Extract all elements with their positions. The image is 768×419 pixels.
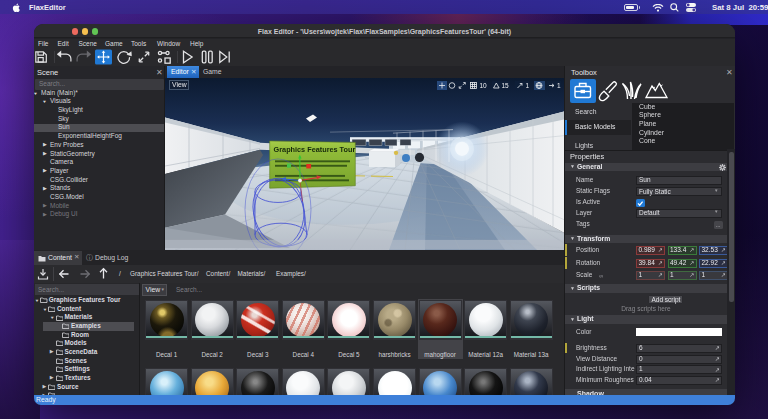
svg-text:15: 15 [502, 82, 510, 89]
svg-text:1: 1 [557, 82, 561, 89]
svg-text:10: 10 [480, 82, 488, 89]
svg-text:Graphics Features Tour: Graphics Features Tour [274, 144, 356, 153]
svg-text:1: 1 [526, 82, 530, 89]
